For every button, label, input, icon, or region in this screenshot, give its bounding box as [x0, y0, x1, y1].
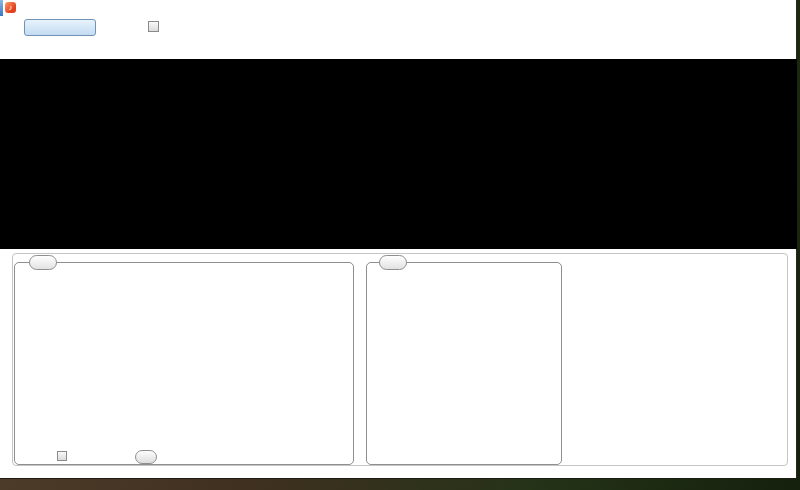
eq-bypass-checkbox[interactable] [57, 451, 67, 461]
music-output-controls [564, 262, 787, 467]
music-input-panel [366, 262, 562, 465]
music-input-panel-title [379, 255, 407, 270]
window-edge-accent [0, 0, 3, 16]
eq-bypass-control [57, 451, 69, 461]
eq-frequency-display [0, 59, 797, 249]
eq-chart [0, 59, 797, 249]
input-source-checkboxes [367, 395, 561, 409]
mute-checkbox[interactable] [148, 21, 159, 32]
music-equalizer-panel [14, 262, 354, 465]
maximize-button[interactable] [742, 1, 762, 14]
minimize-button[interactable] [704, 1, 724, 14]
content-area [12, 253, 788, 466]
eq-reset-button[interactable] [135, 450, 157, 464]
app-icon: ♪ [5, 2, 16, 13]
title-bar: ♪ [0, 0, 796, 16]
status-bar [0, 467, 796, 479]
mute-control [148, 21, 162, 32]
close-button[interactable] [778, 1, 798, 14]
connect-button[interactable] [24, 19, 96, 36]
app-window: ♪ [0, 0, 797, 479]
music-equalizer-panel-title [29, 255, 57, 270]
